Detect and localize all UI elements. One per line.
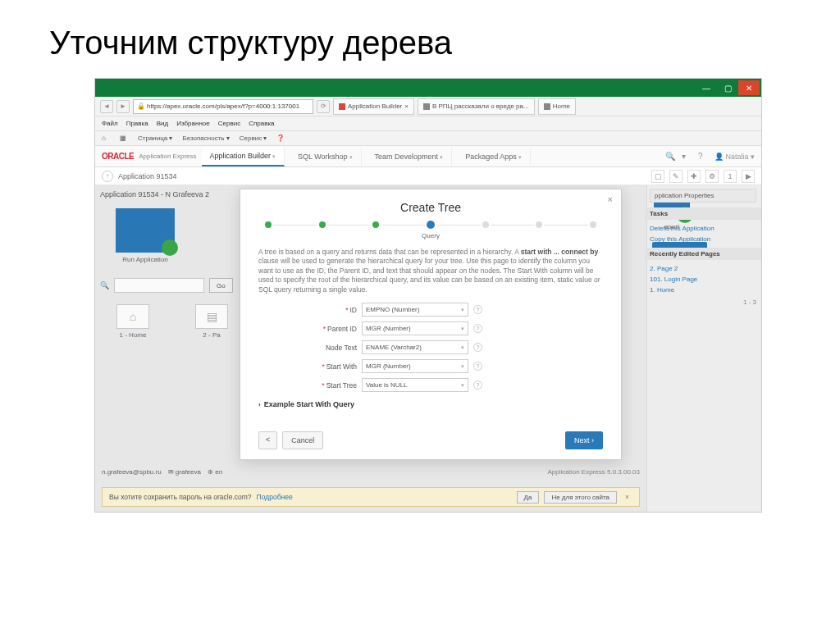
dialog-title: Create Tree [258, 201, 603, 214]
toolbar-icon[interactable]: ✚ [687, 170, 701, 183]
wizard-steps [265, 221, 596, 229]
tab-label: В РПЦ рассказали о вреде ра... [432, 103, 529, 110]
field-row: *Parent ID MGR (Number)▾ ? [258, 321, 603, 335]
tab-close-icon[interactable]: × [404, 103, 409, 110]
field-label: Node Text [326, 344, 357, 352]
step-pending-icon [536, 221, 542, 228]
step-pending-icon [590, 221, 596, 228]
field-row: Node Text ENAME (Varchar2)▾ ? [258, 340, 603, 354]
step-done-icon [265, 221, 272, 228]
menu-item[interactable]: Вид [157, 120, 168, 127]
main-area: Application 91534 - N Grafeeva 2 Run App… [95, 185, 761, 512]
nav-back-button[interactable]: ◄ [100, 100, 113, 113]
menu-item[interactable]: Справка [249, 120, 274, 127]
next-button[interactable]: Next › [565, 431, 603, 449]
field-label: ID [350, 306, 358, 314]
help-icon[interactable]: ? [473, 343, 482, 352]
field-row: *Start With MGR (Number)▾ ? [258, 359, 603, 373]
parent-id-select[interactable]: MGR (Number)▾ [362, 321, 468, 335]
url-field[interactable]: 🔒https://apex.oracle.com/pls/apex/f?p=40… [133, 99, 313, 114]
help-icon[interactable]: ? [473, 381, 482, 390]
breadcrumb-text[interactable]: Application 91534 [118, 172, 177, 180]
favicon-icon [339, 103, 345, 110]
browser-file-menu: Файл Правка Вид Избранное Сервис Справка [95, 116, 761, 131]
up-button[interactable]: ↑ [102, 171, 113, 182]
nav-tab-team-dev[interactable]: Team Development▾ [367, 148, 453, 166]
user-menu[interactable]: 👤 Natalia ▾ [714, 153, 755, 161]
step-current-icon [427, 221, 435, 229]
step-done-icon [372, 221, 379, 228]
admin-icon[interactable]: ▾ [682, 152, 693, 161]
toolbar-icon[interactable]: ⚙ [705, 170, 719, 183]
help-icon[interactable]: ? [473, 362, 482, 371]
nav-tab-sql-workshop[interactable]: SQL Workshop▾ [290, 148, 362, 166]
run-icon[interactable]: ▶ [742, 170, 755, 183]
field-label: Start With [326, 362, 357, 371]
toolbar-icon[interactable]: 1 [724, 170, 737, 183]
window-minimize-button[interactable]: — [696, 80, 717, 95]
favicon-icon [544, 103, 550, 110]
tools-menu[interactable]: Сервис ▾ [240, 134, 267, 142]
tab-label: Home [553, 103, 570, 110]
window-titlebar: — ▢ ✕ [95, 79, 761, 97]
help-icon[interactable]: ? [473, 305, 482, 314]
chevron-right-icon: › [258, 401, 261, 408]
help-icon[interactable]: ? [698, 152, 710, 161]
refresh-button[interactable]: ⟳ [317, 100, 330, 113]
start-tree-select[interactable]: Value is NULL▾ [362, 378, 468, 392]
product-label: Application Express [139, 153, 196, 160]
nav-tab-packaged[interactable]: Packaged Apps▾ [457, 148, 531, 166]
nav-forward-button[interactable]: ► [116, 100, 130, 113]
toolbar-icon[interactable]: ✎ [669, 170, 682, 183]
field-label: Start Tree [326, 381, 357, 390]
oracle-logo: ORACLE [102, 152, 134, 161]
favicon-icon [423, 103, 430, 110]
browser-tab[interactable]: Home [538, 98, 576, 115]
lock-icon: 🔒 [137, 103, 145, 110]
dialog-description: A tree is based on a query and returns d… [258, 248, 603, 294]
cancel-button[interactable]: Cancel [282, 431, 323, 449]
window-maximize-button[interactable]: ▢ [717, 80, 738, 95]
node-text-select[interactable]: ENAME (Varchar2)▾ [362, 340, 468, 354]
menu-item[interactable]: Файл [102, 120, 118, 127]
close-icon[interactable]: × [608, 194, 613, 204]
example-expand[interactable]: › Example Start With Query [258, 400, 603, 408]
browser-tab[interactable]: В РПЦ рассказали о вреде ра... [418, 98, 535, 115]
help-icon[interactable]: ? [473, 324, 482, 333]
current-step-label: Query [258, 232, 603, 239]
browser-tab[interactable]: Application Builder× [333, 98, 414, 115]
browser-window: — ▢ ✕ ◄ ► 🔒https://apex.oracle.com/pls/a… [94, 78, 762, 513]
tab-label: Application Builder [348, 103, 402, 110]
step-pending-icon [482, 221, 489, 228]
oracle-header: ORACLE Application Express Application B… [95, 146, 761, 167]
create-tree-dialog: × Create Tree Query A tree is based on a… [240, 189, 622, 460]
search-icon[interactable]: 🔍 [665, 152, 677, 161]
menu-item[interactable]: Избранное [176, 120, 210, 127]
nav-tab-app-builder[interactable]: Application Builder▾ [202, 147, 285, 166]
feed-icon[interactable]: ▦ [120, 134, 128, 143]
id-select[interactable]: EMPNO (Number)▾ [362, 303, 468, 317]
url-text: https://apex.oracle.com/pls/apex/f?p=400… [147, 103, 299, 110]
browser-command-bar: ⌂ ▦ Страница ▾ Безопасность ▾ Сервис ▾ ❓ [95, 131, 761, 146]
window-close-button[interactable]: ✕ [738, 80, 760, 95]
breadcrumb: ↑ Application 91534 ▢ ✎ ✚ ⚙ 1 ▶ [95, 167, 761, 185]
safety-menu[interactable]: Безопасность ▾ [182, 134, 229, 142]
toolbar-icon[interactable]: ▢ [651, 170, 664, 183]
field-label: Parent ID [327, 325, 357, 333]
back-button[interactable]: < [258, 431, 277, 449]
page-menu[interactable]: Страница ▾ [138, 134, 172, 142]
menu-item[interactable]: Правка [126, 120, 148, 127]
menu-item[interactable]: Сервис [218, 120, 240, 127]
step-done-icon [319, 221, 326, 228]
slide-title: Уточним структуру дерева [0, 0, 840, 78]
field-row: *Start Tree Value is NULL▾ ? [258, 378, 603, 392]
home-icon[interactable]: ⌂ [102, 134, 110, 143]
start-with-select[interactable]: MGR (Number)▾ [362, 359, 468, 373]
help-icon[interactable]: ❓ [276, 134, 285, 143]
address-bar: ◄ ► 🔒https://apex.oracle.com/pls/apex/f?… [95, 97, 761, 116]
field-row: *ID EMPNO (Number)▾ ? [258, 303, 603, 317]
